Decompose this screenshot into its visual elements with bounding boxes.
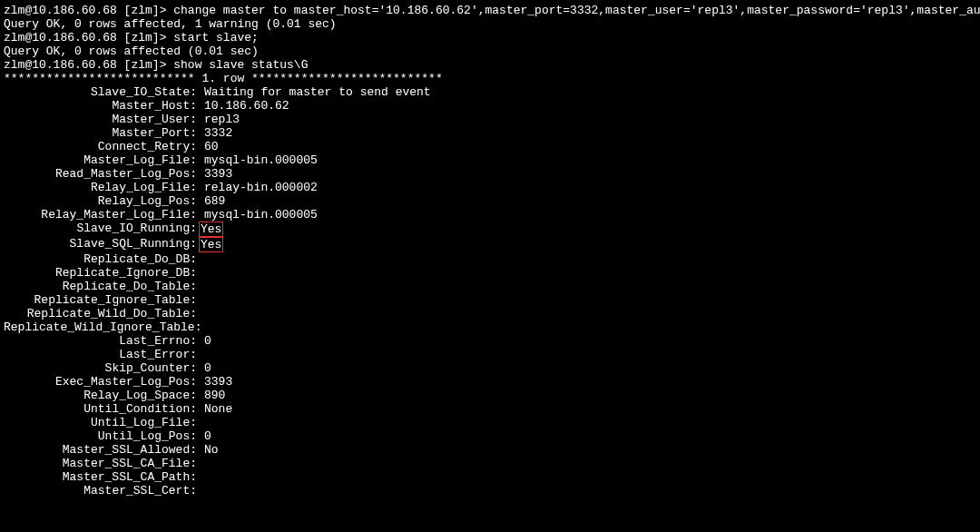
status-value bbox=[197, 470, 204, 484]
status-value bbox=[197, 280, 204, 293]
terminal-line: zlm@10.186.60.68 [zlm]> show slave statu… bbox=[4, 58, 976, 72]
status-row: Master_SSL_Cert: bbox=[4, 484, 976, 498]
status-key: Replicate_Ignore_DB: bbox=[4, 266, 197, 280]
status-key: Slave_SQL_Running: bbox=[4, 237, 197, 252]
status-row: Replicate_Do_Table: bbox=[4, 280, 976, 293]
status-value: 60 bbox=[197, 140, 219, 153]
status-value: 0 bbox=[197, 429, 211, 443]
status-key: Until_Log_Pos: bbox=[4, 429, 197, 443]
status-key: Master_SSL_Allowed: bbox=[4, 443, 197, 457]
status-key: Relay_Master_Log_File: bbox=[4, 208, 197, 222]
status-key: Relay_Log_File: bbox=[4, 181, 197, 194]
status-row: Last_Error: bbox=[4, 348, 976, 361]
status-key: Last_Errno: bbox=[4, 334, 197, 348]
status-row: Connect_Retry:60 bbox=[4, 140, 976, 153]
status-row: Master_SSL_Allowed:No bbox=[4, 443, 976, 457]
status-value: 0 bbox=[197, 334, 211, 348]
status-key: Relay_Log_Space: bbox=[4, 389, 197, 402]
status-key: Slave_IO_State: bbox=[4, 85, 197, 99]
status-value: 890 bbox=[197, 389, 225, 402]
status-value: None bbox=[197, 402, 232, 416]
status-row: Until_Condition:None bbox=[4, 402, 976, 416]
status-value: No bbox=[197, 443, 219, 457]
status-row: Master_Log_File:mysql-bin.000005 bbox=[4, 153, 976, 167]
status-key: Replicate_Do_Table: bbox=[4, 280, 197, 293]
status-row: Relay_Log_Space:890 bbox=[4, 389, 976, 402]
status-value: 689 bbox=[197, 194, 225, 208]
status-value bbox=[197, 457, 204, 470]
status-value-highlighted: Yes bbox=[199, 222, 223, 237]
status-value: 10.186.60.62 bbox=[197, 99, 289, 113]
status-row: Until_Log_Pos:0 bbox=[4, 429, 976, 443]
status-row: Replicate_Do_DB: bbox=[4, 252, 976, 266]
terminal-line: Query OK, 0 rows affected (0.01 sec) bbox=[4, 44, 976, 58]
status-value: 0 bbox=[197, 361, 211, 375]
status-value bbox=[197, 348, 204, 361]
status-row: Exec_Master_Log_Pos:3393 bbox=[4, 375, 976, 389]
status-value bbox=[197, 320, 204, 334]
status-key: Master_SSL_CA_Path: bbox=[4, 470, 197, 484]
status-row: Until_Log_File: bbox=[4, 416, 976, 429]
status-value: 3393 bbox=[197, 167, 232, 181]
status-value bbox=[197, 252, 204, 266]
status-value: Waiting for master to send event bbox=[197, 85, 431, 99]
status-value: mysql-bin.000005 bbox=[197, 208, 318, 222]
status-key: Until_Condition: bbox=[4, 402, 197, 416]
terminal-line: *************************** 1. row *****… bbox=[4, 72, 976, 85]
status-key: Slave_IO_Running: bbox=[4, 222, 197, 237]
terminal-line: zlm@10.186.60.68 [zlm]> change master to… bbox=[4, 4, 976, 17]
status-key: Exec_Master_Log_Pos: bbox=[4, 375, 197, 389]
status-value: relay-bin.000002 bbox=[197, 181, 318, 194]
status-row: Relay_Log_File:relay-bin.000002 bbox=[4, 181, 976, 194]
status-row: Slave_IO_Running: Yes bbox=[4, 222, 976, 237]
status-key: Replicate_Ignore_Table: bbox=[4, 293, 197, 307]
status-row: Master_Host:10.186.60.62 bbox=[4, 99, 976, 113]
status-value: mysql-bin.000005 bbox=[197, 153, 318, 167]
status-value: 3393 bbox=[197, 375, 232, 389]
status-key: Master_Port: bbox=[4, 126, 197, 140]
status-value bbox=[197, 266, 204, 280]
status-key: Master_SSL_CA_File: bbox=[4, 457, 197, 470]
status-key: Master_SSL_Cert: bbox=[4, 484, 197, 498]
status-value bbox=[197, 416, 204, 429]
status-value: 3332 bbox=[197, 126, 232, 140]
terminal-line: zlm@10.186.60.68 [zlm]> start slave; bbox=[4, 31, 976, 44]
status-row: Replicate_Wild_Ignore_Table: bbox=[4, 320, 976, 334]
status-key: Replicate_Wild_Ignore_Table: bbox=[4, 320, 197, 334]
status-key: Relay_Log_Pos: bbox=[4, 194, 197, 208]
status-row: Master_SSL_CA_File: bbox=[4, 457, 976, 470]
status-row: Replicate_Wild_Do_Table: bbox=[4, 307, 976, 320]
status-row: Slave_IO_State:Waiting for master to sen… bbox=[4, 85, 976, 99]
status-row: Skip_Counter:0 bbox=[4, 361, 976, 375]
status-value bbox=[197, 307, 204, 320]
status-row: Slave_SQL_Running: Yes bbox=[4, 237, 976, 252]
status-key: Last_Error: bbox=[4, 348, 197, 361]
status-row: Replicate_Ignore_DB: bbox=[4, 266, 976, 280]
status-key: Connect_Retry: bbox=[4, 140, 197, 153]
status-key: Read_Master_Log_Pos: bbox=[4, 167, 197, 181]
status-row: Relay_Master_Log_File:mysql-bin.000005 bbox=[4, 208, 976, 222]
status-value-highlighted: Yes bbox=[199, 237, 223, 252]
status-value: repl3 bbox=[197, 113, 240, 126]
status-key: Skip_Counter: bbox=[4, 361, 197, 375]
status-row: Master_User:repl3 bbox=[4, 113, 976, 126]
status-row: Read_Master_Log_Pos:3393 bbox=[4, 167, 976, 181]
terminal-line: Query OK, 0 rows affected, 1 warning (0.… bbox=[4, 17, 976, 31]
status-key: Until_Log_File: bbox=[4, 416, 197, 429]
status-key: Master_Log_File: bbox=[4, 153, 197, 167]
status-row: Relay_Log_Pos:689 bbox=[4, 194, 976, 208]
status-value bbox=[197, 293, 204, 307]
status-key: Replicate_Do_DB: bbox=[4, 252, 197, 266]
status-row: Master_SSL_CA_Path: bbox=[4, 470, 976, 484]
status-key: Replicate_Wild_Do_Table: bbox=[4, 307, 197, 320]
status-key: Master_Host: bbox=[4, 99, 197, 113]
status-key: Master_User: bbox=[4, 113, 197, 126]
status-row: Master_Port:3332 bbox=[4, 126, 976, 140]
status-value bbox=[197, 484, 204, 498]
status-row: Last_Errno:0 bbox=[4, 334, 976, 348]
terminal-output: zlm@10.186.60.68 [zlm]> change master to… bbox=[4, 4, 976, 498]
status-row: Replicate_Ignore_Table: bbox=[4, 293, 976, 307]
